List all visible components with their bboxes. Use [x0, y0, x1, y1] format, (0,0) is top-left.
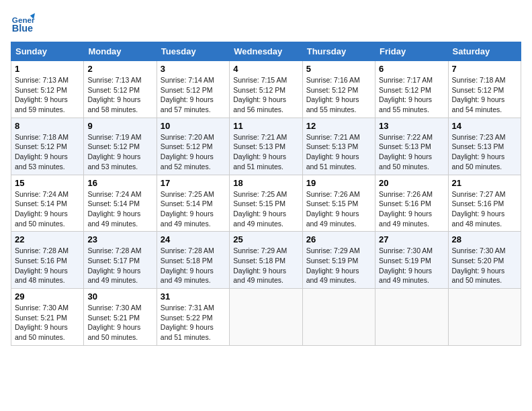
day-info: Sunrise: 7:26 AMSunset: 5:16 PMDaylight:…	[379, 190, 433, 228]
day-info: Sunrise: 7:30 AMSunset: 5:19 PMDaylight:…	[379, 246, 433, 284]
calendar-day-cell	[375, 289, 448, 346]
day-number: 19	[306, 178, 371, 188]
day-info: Sunrise: 7:28 AMSunset: 5:18 PMDaylight:…	[161, 246, 214, 284]
calendar-day-cell: 26 Sunrise: 7:29 AMSunset: 5:19 PMDaylig…	[302, 232, 375, 289]
day-number: 26	[306, 234, 371, 244]
day-number: 31	[161, 291, 226, 302]
calendar-day-cell: 1 Sunrise: 7:13 AMSunset: 5:12 PMDayligh…	[11, 61, 84, 118]
calendar-day-cell: 20 Sunrise: 7:26 AMSunset: 5:16 PMDaylig…	[375, 175, 448, 232]
day-number: 13	[379, 121, 444, 131]
day-info: Sunrise: 7:15 AMSunset: 5:12 PMDaylight:…	[233, 76, 287, 113]
logo: General Blue	[11, 11, 38, 35]
day-number: 18	[233, 178, 298, 188]
svg-text:Blue: Blue	[12, 23, 33, 34]
day-info: Sunrise: 7:30 AMSunset: 5:21 PMDaylight:…	[87, 304, 141, 341]
calendar-day-cell: 13 Sunrise: 7:22 AMSunset: 5:13 PMDaylig…	[375, 118, 448, 175]
day-info: Sunrise: 7:14 AMSunset: 5:12 PMDaylight:…	[161, 76, 214, 113]
header-saturday: Saturday	[448, 42, 521, 61]
calendar-day-cell: 18 Sunrise: 7:25 AMSunset: 5:15 PMDaylig…	[230, 175, 302, 232]
day-number: 27	[379, 234, 444, 244]
day-number: 1	[15, 64, 80, 74]
logo-icon: General Blue	[11, 11, 35, 35]
calendar-day-cell: 6 Sunrise: 7:17 AMSunset: 5:12 PMDayligh…	[375, 61, 448, 118]
day-info: Sunrise: 7:31 AMSunset: 5:22 PMDaylight:…	[161, 304, 214, 341]
calendar-day-cell: 8 Sunrise: 7:18 AMSunset: 5:12 PMDayligh…	[11, 118, 84, 175]
day-info: Sunrise: 7:18 AMSunset: 5:12 PMDaylight:…	[452, 76, 506, 113]
header: General Blue	[11, 11, 521, 35]
day-number: 8	[15, 121, 80, 131]
day-info: Sunrise: 7:16 AMSunset: 5:12 PMDaylight:…	[306, 76, 360, 113]
day-number: 23	[87, 234, 152, 244]
header-wednesday: Wednesday	[230, 42, 302, 61]
calendar-day-cell	[302, 289, 375, 346]
day-number: 3	[161, 64, 226, 74]
day-info: Sunrise: 7:30 AMSunset: 5:20 PMDaylight:…	[452, 246, 506, 284]
calendar-day-cell: 25 Sunrise: 7:29 AMSunset: 5:18 PMDaylig…	[230, 232, 302, 289]
day-number: 9	[87, 121, 152, 131]
day-number: 7	[452, 64, 517, 74]
calendar-day-cell: 24 Sunrise: 7:28 AMSunset: 5:18 PMDaylig…	[157, 232, 229, 289]
day-info: Sunrise: 7:22 AMSunset: 5:13 PMDaylight:…	[379, 133, 433, 171]
day-number: 20	[379, 178, 444, 188]
day-info: Sunrise: 7:13 AMSunset: 5:12 PMDaylight:…	[15, 76, 69, 113]
day-number: 14	[452, 121, 517, 131]
header-sunday: Sunday	[11, 42, 84, 61]
day-info: Sunrise: 7:13 AMSunset: 5:12 PMDaylight:…	[87, 76, 141, 113]
day-info: Sunrise: 7:25 AMSunset: 5:14 PMDaylight:…	[161, 190, 214, 228]
calendar-day-cell	[448, 289, 521, 346]
header-friday: Friday	[375, 42, 448, 61]
day-number: 22	[15, 234, 80, 244]
day-info: Sunrise: 7:23 AMSunset: 5:13 PMDaylight:…	[452, 133, 506, 171]
day-info: Sunrise: 7:21 AMSunset: 5:13 PMDaylight:…	[306, 133, 360, 171]
day-info: Sunrise: 7:30 AMSunset: 5:21 PMDaylight:…	[15, 304, 69, 341]
day-number: 2	[87, 64, 152, 74]
day-info: Sunrise: 7:18 AMSunset: 5:12 PMDaylight:…	[15, 133, 69, 171]
day-info: Sunrise: 7:21 AMSunset: 5:13 PMDaylight:…	[233, 133, 287, 171]
day-info: Sunrise: 7:29 AMSunset: 5:18 PMDaylight:…	[233, 246, 287, 284]
day-number: 10	[161, 121, 226, 131]
day-number: 28	[452, 234, 517, 244]
calendar-week-row: 15 Sunrise: 7:24 AMSunset: 5:14 PMDaylig…	[11, 175, 521, 232]
day-info: Sunrise: 7:17 AMSunset: 5:12 PMDaylight:…	[379, 76, 433, 113]
day-number: 21	[452, 178, 517, 188]
calendar-day-cell: 21 Sunrise: 7:27 AMSunset: 5:16 PMDaylig…	[448, 175, 521, 232]
calendar-week-row: 22 Sunrise: 7:28 AMSunset: 5:16 PMDaylig…	[11, 232, 521, 289]
calendar-day-cell: 10 Sunrise: 7:20 AMSunset: 5:12 PMDaylig…	[157, 118, 229, 175]
calendar-week-row: 1 Sunrise: 7:13 AMSunset: 5:12 PMDayligh…	[11, 61, 521, 118]
calendar-day-cell: 15 Sunrise: 7:24 AMSunset: 5:14 PMDaylig…	[11, 175, 84, 232]
day-info: Sunrise: 7:27 AMSunset: 5:16 PMDaylight:…	[452, 190, 506, 228]
day-number: 12	[306, 121, 371, 131]
calendar-day-cell: 22 Sunrise: 7:28 AMSunset: 5:16 PMDaylig…	[11, 232, 84, 289]
calendar-day-cell: 23 Sunrise: 7:28 AMSunset: 5:17 PMDaylig…	[84, 232, 157, 289]
calendar-day-cell: 9 Sunrise: 7:19 AMSunset: 5:12 PMDayligh…	[84, 118, 157, 175]
day-number: 6	[379, 64, 444, 74]
day-number: 5	[306, 64, 371, 74]
calendar-day-cell: 12 Sunrise: 7:21 AMSunset: 5:13 PMDaylig…	[302, 118, 375, 175]
header-tuesday: Tuesday	[157, 42, 229, 61]
day-info: Sunrise: 7:28 AMSunset: 5:17 PMDaylight:…	[87, 246, 141, 284]
calendar-day-cell: 30 Sunrise: 7:30 AMSunset: 5:21 PMDaylig…	[84, 289, 157, 346]
calendar-day-cell: 29 Sunrise: 7:30 AMSunset: 5:21 PMDaylig…	[11, 289, 84, 346]
calendar-day-cell: 31 Sunrise: 7:31 AMSunset: 5:22 PMDaylig…	[157, 289, 229, 346]
day-number: 4	[233, 64, 298, 74]
day-number: 17	[161, 178, 226, 188]
calendar-week-row: 29 Sunrise: 7:30 AMSunset: 5:21 PMDaylig…	[11, 289, 521, 346]
day-info: Sunrise: 7:24 AMSunset: 5:14 PMDaylight:…	[15, 190, 69, 228]
day-number: 11	[233, 121, 298, 131]
day-number: 30	[87, 291, 152, 302]
day-number: 25	[233, 234, 298, 244]
day-number: 24	[161, 234, 226, 244]
calendar-day-cell: 7 Sunrise: 7:18 AMSunset: 5:12 PMDayligh…	[448, 61, 521, 118]
calendar-day-cell: 19 Sunrise: 7:26 AMSunset: 5:15 PMDaylig…	[302, 175, 375, 232]
calendar-table: SundayMondayTuesdayWednesdayThursdayFrid…	[11, 42, 521, 346]
day-info: Sunrise: 7:26 AMSunset: 5:15 PMDaylight:…	[306, 190, 360, 228]
calendar-day-cell: 11 Sunrise: 7:21 AMSunset: 5:13 PMDaylig…	[230, 118, 302, 175]
calendar-day-cell: 27 Sunrise: 7:30 AMSunset: 5:19 PMDaylig…	[375, 232, 448, 289]
calendar-day-cell: 3 Sunrise: 7:14 AMSunset: 5:12 PMDayligh…	[157, 61, 229, 118]
calendar-header-row: SundayMondayTuesdayWednesdayThursdayFrid…	[11, 42, 521, 61]
calendar-day-cell: 16 Sunrise: 7:24 AMSunset: 5:14 PMDaylig…	[84, 175, 157, 232]
calendar-day-cell: 2 Sunrise: 7:13 AMSunset: 5:12 PMDayligh…	[84, 61, 157, 118]
day-info: Sunrise: 7:20 AMSunset: 5:12 PMDaylight:…	[161, 133, 214, 171]
calendar-day-cell: 17 Sunrise: 7:25 AMSunset: 5:14 PMDaylig…	[157, 175, 229, 232]
day-info: Sunrise: 7:29 AMSunset: 5:19 PMDaylight:…	[306, 246, 360, 284]
